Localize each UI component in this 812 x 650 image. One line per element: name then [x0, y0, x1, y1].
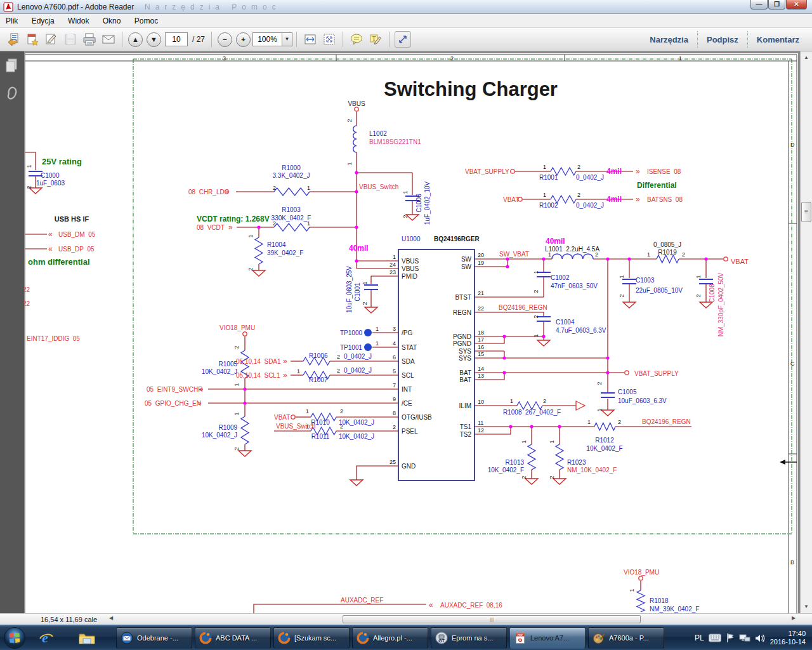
save-button[interactable]: [62, 31, 79, 48]
close-button[interactable]: ✕: [786, 0, 807, 10]
svg-text:T: T: [372, 35, 376, 42]
scroll-left-arrow[interactable]: ◀: [109, 615, 117, 621]
taskbar-button-firefox[interactable]: ABC DATA ...: [195, 627, 271, 649]
menu-bar: Plik Edycja Widok Okno Pomoc: [0, 14, 812, 28]
toolbar-panels: Narzędzia Podpisz Komentarz: [641, 28, 808, 51]
vertical-scroll-thumb[interactable]: [801, 202, 811, 222]
sign-panel-link[interactable]: Podpisz: [698, 35, 747, 44]
page-total-label: / 27: [192, 35, 205, 44]
next-page-button[interactable]: ▼: [147, 32, 161, 47]
taskbar-button-thunderbird[interactable]: Odebrane -...: [116, 627, 192, 649]
open-icon: [6, 32, 20, 46]
previous-page-button[interactable]: ▲: [128, 32, 143, 47]
vertical-scrollbar[interactable]: ▲ ▼: [800, 51, 812, 613]
internet-explorer-quicklaunch[interactable]: e: [37, 629, 56, 647]
create-pdf-icon: [25, 32, 39, 46]
restore-button[interactable]: ❐: [768, 0, 785, 10]
taskbar-button-paint[interactable]: A7600a - P...: [588, 627, 664, 649]
print-button[interactable]: [81, 31, 98, 48]
zoom-level-input[interactable]: 100%: [252, 32, 282, 46]
sign-icon: [44, 32, 58, 46]
thunderbird-icon: [121, 632, 133, 644]
tray-clock[interactable]: 17:402016-10-14: [770, 630, 809, 646]
paint-icon: [593, 632, 605, 644]
keyboard-icon[interactable]: [709, 633, 721, 642]
taskbar-button-firefox[interactable]: [Szukam sc...: [273, 627, 350, 649]
taskbar-button-label: Odebrane -...: [137, 634, 178, 642]
taskbar-button-gt-chip[interactable]: GTEprom na s...: [431, 627, 507, 649]
tools-panel-link[interactable]: Narzędzia: [641, 35, 697, 44]
start-button[interactable]: [3, 626, 27, 650]
document-size-label: 16,54 x 11,69 cale: [41, 616, 97, 623]
fit-width-button[interactable]: [302, 31, 318, 48]
network-icon[interactable]: [739, 633, 750, 643]
print-icon: [82, 32, 96, 46]
internet-explorer-icon: e: [38, 630, 55, 646]
menu-widok[interactable]: Widok: [62, 14, 95, 28]
pdf-page[interactable]: [25, 53, 798, 613]
fit-width-icon: [303, 32, 317, 46]
status-bar: 16,54 x 11,69 cale ◀ ▶: [0, 613, 812, 625]
gt-chip-icon: GT: [435, 632, 448, 644]
taskbar-button-label: Eprom na s...: [452, 634, 493, 642]
comment-bubble-icon: [350, 32, 363, 46]
open-button[interactable]: [5, 31, 22, 48]
toolbar-separator: [389, 32, 390, 47]
create-pdf-button[interactable]: [24, 31, 41, 48]
ghost-menu-artifact: Narzędzia Pomoc: [145, 3, 281, 11]
fullscreen-icon: [397, 34, 409, 45]
windows-explorer-quicklaunch[interactable]: [77, 629, 96, 647]
taskbar-button-label: A7600a - P...: [609, 634, 649, 642]
taskbar: e Odebrane -...ABC DATA ...[Szukam sc...…: [0, 625, 812, 650]
toolbar-separator: [211, 32, 212, 47]
menu-pomoc[interactable]: Pomoc: [129, 14, 164, 28]
title-bar[interactable]: Lenovo A7600.pdf - Adobe Reader Narzędzi…: [0, 0, 812, 14]
zoom-in-button[interactable]: +: [236, 32, 251, 47]
firefox-icon: [357, 632, 369, 644]
taskbar-button-label: ABC DATA ...: [216, 634, 257, 642]
adobe-pdf-icon: PDF: [514, 632, 527, 644]
fit-page-icon: [322, 32, 336, 46]
action-center-flag-icon[interactable]: [726, 633, 735, 643]
svg-text:GT: GT: [438, 639, 445, 643]
taskbar-button-adobe-pdf[interactable]: PDFLenovo A7...: [509, 627, 586, 649]
email-button[interactable]: [100, 31, 117, 48]
window-title: Lenovo A7600.pdf - Adobe Reader: [17, 3, 134, 11]
volume-icon[interactable]: [755, 633, 766, 643]
system-tray: PL17:402016-10-14: [695, 625, 809, 650]
highlight-text-icon: T: [369, 32, 383, 46]
email-icon: [102, 32, 115, 46]
taskbar-button-label: [Szukam sc...: [294, 634, 336, 642]
menu-plik[interactable]: Plik: [0, 14, 23, 28]
scroll-down-arrow[interactable]: ▼: [801, 602, 811, 612]
comment-button[interactable]: [348, 31, 365, 48]
fullscreen-button[interactable]: [395, 31, 411, 48]
menu-okno[interactable]: Okno: [97, 14, 127, 28]
firefox-icon: [278, 632, 291, 644]
comment-panel-link[interactable]: Komentarz: [748, 35, 808, 44]
toolbar-separator: [122, 32, 122, 47]
fit-page-button[interactable]: [321, 31, 337, 48]
sign-button[interactable]: [43, 31, 60, 48]
minimize-button[interactable]: —: [750, 0, 768, 10]
scroll-up-arrow[interactable]: ▲: [801, 53, 811, 63]
desktop: Lenovo A7600.pdf - Adobe Reader Narzędzi…: [0, 0, 812, 650]
save-icon: [63, 32, 77, 46]
page-thumbnails-icon[interactable]: [6, 59, 16, 72]
scroll-right-arrow[interactable]: ▶: [792, 615, 799, 621]
navigation-pane-strip: [0, 51, 24, 613]
page-number-input[interactable]: 10: [165, 32, 188, 46]
toolbar-separator: [343, 32, 343, 47]
toolbar: ▲ ▼ 10 / 27 − + 100% ▼: [0, 28, 812, 51]
attachments-paperclip-icon[interactable]: [8, 88, 16, 99]
taskbar-button-label: Allegro.pl -...: [373, 634, 412, 642]
menu-edycja[interactable]: Edycja: [26, 14, 60, 28]
folder-icon: [78, 630, 96, 646]
zoom-out-button[interactable]: −: [218, 32, 232, 47]
language-indicator[interactable]: PL: [695, 633, 704, 642]
horizontal-scroll-thumb[interactable]: [343, 615, 641, 623]
highlight-text-button[interactable]: T: [367, 31, 384, 48]
adobe-reader-app-icon: [3, 2, 13, 12]
taskbar-button-firefox[interactable]: Allegro.pl -...: [352, 627, 428, 649]
zoom-dropdown-button[interactable]: ▼: [282, 32, 292, 46]
